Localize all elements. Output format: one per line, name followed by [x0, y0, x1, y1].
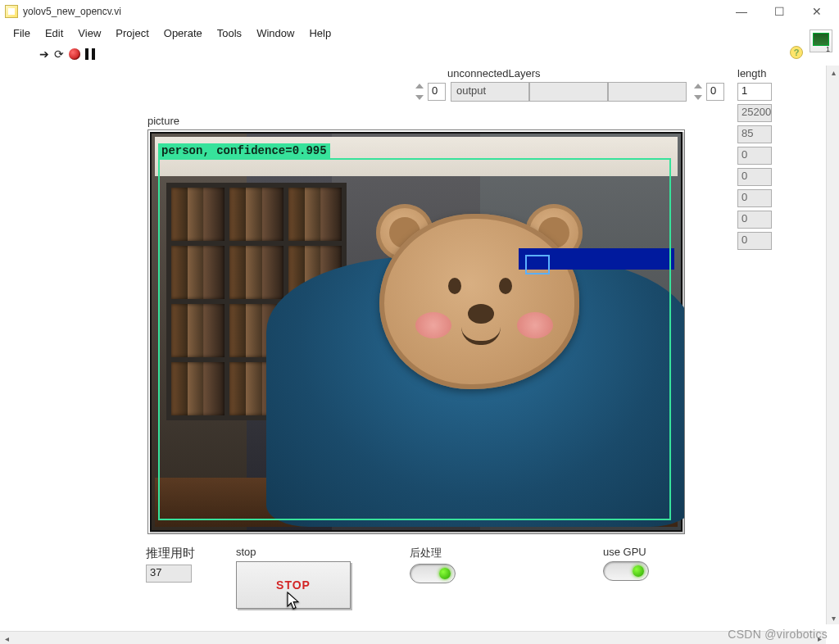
vertical-scrollbar[interactable]: ▴ ▾ [826, 66, 839, 624]
array-index-spinner[interactable] [413, 82, 428, 102]
toolbar: ➔ ⟳ [0, 43, 839, 66]
length-label: length [737, 67, 772, 79]
menu-project[interactable]: Project [109, 25, 155, 41]
length-cell-4[interactable]: 0 [737, 168, 772, 186]
picture-label: picture [147, 115, 179, 127]
window-close-button[interactable]: ✕ [798, 0, 836, 23]
stop-label: stop [236, 546, 351, 558]
unconnected-layers-group: unconnectedLayers [447, 67, 540, 83]
scroll-left-icon[interactable]: ◂ [0, 632, 13, 644]
length-cell-1[interactable]: 25200 [737, 104, 772, 122]
menu-file[interactable]: File [7, 25, 37, 41]
length-array-group: length 1 25200 85 0 0 0 0 0 [737, 67, 772, 253]
run-continuous-icon[interactable]: ⟳ [54, 48, 64, 61]
length-cell-0[interactable]: 1 [737, 83, 772, 101]
array-index2-value[interactable]: 0 [706, 83, 724, 101]
horizontal-scrollbar[interactable]: ◂ ▸ [0, 631, 826, 644]
window-title: yolov5_new_opencv.vi [23, 6, 121, 17]
pause-button-icon[interactable] [85, 48, 95, 60]
unconnected-layers-label: unconnectedLayers [447, 67, 540, 79]
length-cell-7[interactable]: 0 [737, 232, 772, 250]
length-cell-3[interactable]: 0 [737, 147, 772, 165]
postproc-group: 后处理 [410, 546, 456, 583]
unconnected-layer-cell-2[interactable] [608, 82, 687, 102]
menu-window[interactable]: Window [250, 25, 301, 41]
use-gpu-group: use GPU [603, 546, 649, 581]
array-index-value[interactable]: 0 [428, 83, 446, 101]
menu-tools[interactable]: Tools [211, 25, 248, 41]
menu-operate[interactable]: Operate [157, 25, 209, 41]
unconnected-layer-cell-0[interactable]: output [451, 82, 529, 102]
run-button-icon[interactable]: ➔ [39, 48, 49, 61]
infer-time-label: 推理用时 [146, 546, 195, 561]
postproc-label: 后处理 [410, 546, 456, 560]
postproc-led[interactable] [410, 564, 456, 583]
length-cell-5[interactable]: 0 [737, 189, 772, 207]
vi-connector-icon[interactable] [810, 29, 832, 52]
labview-vi-icon [5, 5, 18, 18]
use-gpu-label: use GPU [603, 546, 649, 558]
menu-view[interactable]: View [71, 25, 107, 41]
infer-time-value: 37 [146, 565, 192, 583]
infer-time-group: 推理用时 37 [146, 546, 195, 583]
picture-indicator: person, confidence=0.995 [147, 129, 685, 534]
length-cell-6[interactable]: 0 [737, 211, 772, 229]
array-index2-spinner[interactable] [692, 82, 706, 102]
context-help-icon[interactable]: ? [790, 46, 803, 59]
menu-help[interactable]: Help [302, 25, 338, 41]
watermark-text: CSDN @virobotics [728, 628, 828, 641]
use-gpu-led[interactable] [603, 561, 649, 581]
window-minimize-button[interactable]: — [723, 0, 760, 23]
window-maximize-button[interactable]: ☐ [760, 0, 798, 23]
menu-edit[interactable]: Edit [39, 25, 70, 41]
led-dot-icon [633, 565, 644, 577]
stop-button[interactable]: STOP [236, 561, 351, 609]
unconnected-layers-control: 0 output 0 [413, 82, 724, 102]
detection-label: person, confidence=0.995 [158, 143, 330, 158]
length-cell-2[interactable]: 85 [737, 125, 772, 143]
stop-group: stop STOP [236, 546, 351, 609]
led-dot-icon [439, 568, 451, 579]
abort-button-icon[interactable] [69, 48, 80, 60]
scroll-up-icon[interactable]: ▴ [827, 66, 839, 79]
title-bar: yolov5_new_opencv.vi — ☐ ✕ [0, 0, 839, 23]
menu-bar: File Edit View Project Operate Tools Win… [0, 23, 839, 43]
detection-box-person [158, 158, 671, 520]
unconnected-layer-cell-1[interactable] [529, 82, 608, 102]
scroll-down-icon[interactable]: ▾ [827, 611, 839, 624]
